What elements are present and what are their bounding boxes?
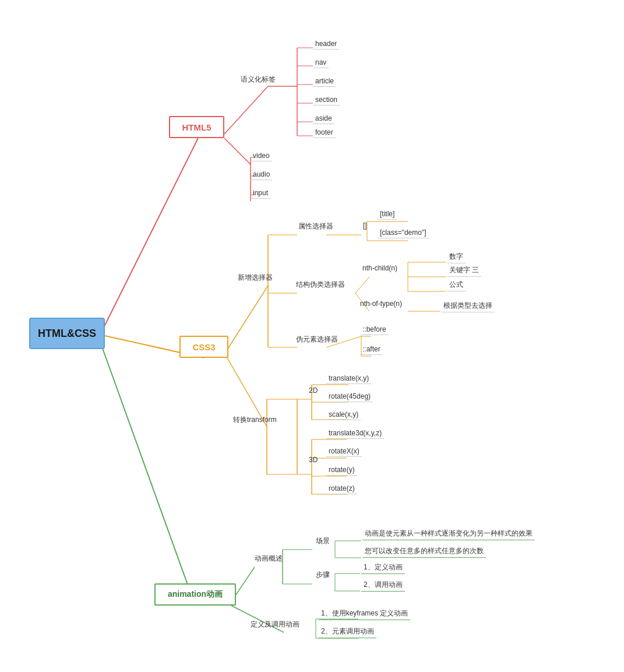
leaf-aside: aside bbox=[313, 113, 334, 124]
leaf-rotatey: rotate(y) bbox=[326, 465, 357, 476]
semantic-tag-label: 语义化标签 bbox=[241, 75, 276, 85]
leaf-define2: 2、元素调用动画 bbox=[319, 625, 376, 638]
css3-label: CSS3 bbox=[192, 342, 215, 352]
leaf-step2: 2、调用动画 bbox=[361, 579, 405, 592]
leaf-scene2: 您可以改变任意多的样式任意多的次数 bbox=[362, 545, 486, 558]
root-label: HTML&CSS bbox=[38, 328, 96, 340]
animation-node: animation动画 bbox=[154, 583, 236, 606]
nth-child-label: nth-child(n) bbox=[362, 264, 397, 272]
leaf-after: ::after bbox=[360, 344, 383, 355]
svg-line-26 bbox=[355, 277, 369, 293]
leaf-keyword: 关键字 三 bbox=[447, 264, 481, 277]
new-selector-label: 新增选择器 bbox=[238, 273, 273, 283]
css3-node: CSS3 bbox=[179, 336, 228, 358]
leaf-rotatex: rotateX(x) bbox=[326, 446, 362, 457]
pseudo-element-label: 伪元素选择器 bbox=[296, 335, 338, 344]
leaf-title-attr: [title] bbox=[378, 209, 397, 220]
svg-line-17 bbox=[227, 286, 268, 350]
svg-line-0 bbox=[102, 138, 198, 331]
struct-pseudo-label: 结构伪类选择器 bbox=[296, 280, 345, 290]
animation-label: animation动画 bbox=[168, 589, 223, 600]
transform-label: 转换transform bbox=[233, 415, 277, 425]
leaf-audio: audio bbox=[251, 169, 272, 180]
leaf-section: section bbox=[313, 94, 340, 105]
leaf-rotatez: rotate(z) bbox=[326, 483, 357, 494]
svg-line-3 bbox=[224, 86, 268, 134]
leaf-translate3d: translate3d(x,y,z) bbox=[326, 428, 384, 439]
animation-concept-label: 动画概述 bbox=[255, 554, 283, 564]
leaf-before: ::before bbox=[360, 324, 389, 335]
scene-label: 场景 bbox=[316, 536, 330, 546]
svg-line-12 bbox=[224, 138, 251, 164]
leaf-footer: footer bbox=[313, 127, 336, 138]
mind-map: HTML&CSS HTML5 CSS3 animation动画 语义化标签 he… bbox=[0, 0, 624, 672]
leaf-nav: nav bbox=[313, 57, 329, 68]
leaf-number: 数字 bbox=[447, 251, 466, 263]
leaf-define1: 1、使用keyframes 定义动画 bbox=[319, 607, 410, 620]
leaf-scene1: 动画是使元素从一种样式逐渐变化为另一种样式的效果 bbox=[362, 527, 535, 540]
steps-label: 步骤 bbox=[316, 570, 330, 580]
leaf-scale: scale(x,y) bbox=[326, 409, 361, 420]
leaf-rotate-2d: rotate(45deg) bbox=[326, 391, 373, 402]
leaf-step1: 1、定义动画 bbox=[361, 561, 405, 574]
html5-node: HTML5 bbox=[169, 116, 224, 138]
leaf-video: video bbox=[251, 150, 272, 161]
3d-label: 3D bbox=[309, 456, 318, 464]
leaf-header: header bbox=[313, 38, 339, 50]
nth-of-type-label: nth-of-type(n) bbox=[360, 300, 402, 308]
svg-line-2 bbox=[102, 347, 195, 606]
leaf-type-select: 根据类型去选择 bbox=[441, 300, 495, 312]
leaf-translate: translate(x,y) bbox=[326, 373, 371, 384]
2d-label: 2D bbox=[309, 386, 318, 395]
attr-selector-label: 属性选择器 bbox=[298, 221, 333, 231]
define-call-label: 定义及调用动画 bbox=[251, 620, 299, 629]
leaf-class-demo: [class="demo"] bbox=[378, 227, 429, 238]
attr-bracket: [] bbox=[363, 221, 367, 230]
leaf-article: article bbox=[313, 76, 336, 87]
leaf-input: input bbox=[251, 188, 270, 199]
root-node: HTML&CSS bbox=[29, 318, 105, 349]
leaf-formula: 公式 bbox=[447, 279, 466, 291]
html5-label: HTML5 bbox=[182, 122, 211, 132]
